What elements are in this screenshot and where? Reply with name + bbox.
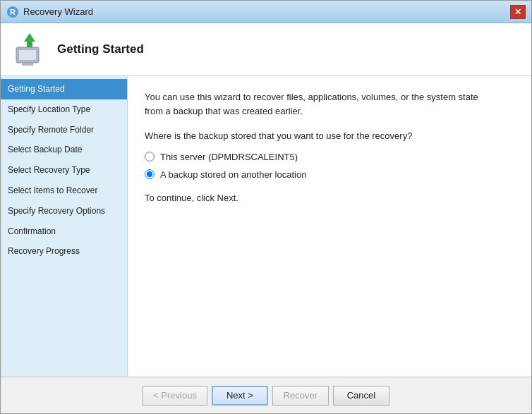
header-area: Getting Started: [1, 23, 531, 76]
next-button[interactable]: Next >: [212, 386, 268, 406]
header-title: Getting Started: [57, 42, 144, 56]
radio-group: This server (DPMDRSCALEINT5) A backup st…: [145, 152, 514, 180]
sidebar-item-select-backup-date[interactable]: Select Backup Date: [1, 140, 127, 160]
sidebar: Getting Started Specify Location Type Sp…: [1, 76, 128, 377]
radio-this-server-label: This server (DPMDRSCALEINT5): [160, 152, 298, 162]
continue-text: To continue, click Next.: [145, 191, 514, 205]
sidebar-item-confirmation[interactable]: Confirmation: [1, 221, 127, 242]
sidebar-item-select-items-to-recover[interactable]: Select Items to Recover: [1, 181, 127, 201]
close-button[interactable]: ✕: [510, 5, 526, 19]
cancel-button[interactable]: Cancel: [333, 386, 389, 406]
title-bar: R Recovery Wizard ✕: [1, 1, 531, 23]
previous-button[interactable]: < Previous: [143, 386, 207, 406]
radio-option-this-server[interactable]: This server (DPMDRSCALEINT5): [145, 152, 514, 162]
footer: < Previous Next > Recover Cancel: [1, 377, 531, 413]
sidebar-item-specify-recovery-options[interactable]: Specify Recovery Options: [1, 201, 127, 221]
recovery-wizard-window: R Recovery Wizard ✕ Getting Started Gett…: [0, 0, 532, 414]
svg-rect-4: [22, 63, 33, 66]
sidebar-item-specify-remote-folder[interactable]: Specify Remote Folder: [1, 120, 127, 140]
sidebar-item-recovery-progress[interactable]: Recovery Progress: [1, 241, 127, 262]
intro-text: You can use this wizard to recover files…: [145, 90, 514, 118]
sidebar-item-getting-started[interactable]: Getting Started: [1, 79, 127, 99]
radio-another-location-label: A backup stored on another location: [160, 169, 306, 180]
svg-marker-5: [24, 33, 35, 47]
svg-text:R: R: [10, 8, 16, 16]
question-text: Where is the backup stored that you want…: [145, 129, 514, 143]
app-icon: R: [6, 6, 19, 18]
radio-this-server[interactable]: [145, 152, 155, 162]
header-icon: [12, 32, 47, 67]
window-title: Recovery Wizard: [23, 6, 93, 17]
radio-option-another-location[interactable]: A backup stored on another location: [145, 169, 514, 180]
sidebar-item-select-recovery-type[interactable]: Select Recovery Type: [1, 160, 127, 181]
sidebar-item-specify-location-type[interactable]: Specify Location Type: [1, 99, 127, 120]
body-area: Getting Started Specify Location Type Sp…: [1, 76, 531, 377]
radio-another-location[interactable]: [145, 169, 155, 179]
recover-button[interactable]: Recover: [272, 386, 329, 406]
svg-rect-3: [19, 50, 36, 60]
content-area: You can use this wizard to recover files…: [128, 76, 531, 377]
